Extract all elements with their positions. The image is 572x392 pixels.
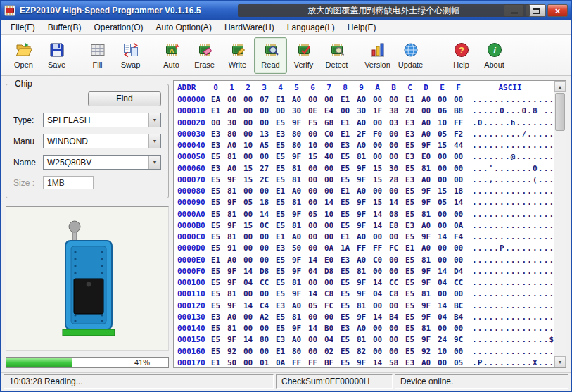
hex-byte-cell[interactable]: D8 (321, 266, 337, 277)
hex-byte-cell[interactable]: 00 (305, 346, 321, 358)
hex-byte-cell[interactable]: E1 (272, 94, 288, 106)
hex-byte-cell[interactable]: E5 (337, 220, 353, 232)
hex-row[interactable]: 00002000300000E59FF568E1A00003E3A010FF.0… (174, 118, 554, 129)
hex-byte-cell[interactable]: E5 (272, 255, 288, 266)
hex-byte-cell[interactable]: 15 (369, 175, 386, 186)
hex-byte-cell[interactable]: A0 (353, 255, 369, 266)
hex-byte-cell[interactable]: 0C (256, 220, 272, 232)
hex-byte-cell[interactable]: 00 (369, 140, 386, 151)
hex-byte-cell[interactable]: E5 (208, 243, 224, 254)
hex-byte-cell[interactable]: FF (288, 358, 305, 367)
hex-byte-cell[interactable]: 81 (418, 323, 434, 334)
hex-byte-cell[interactable]: E3 (337, 323, 353, 334)
hex-byte-cell[interactable]: 00 (305, 197, 321, 208)
hex-byte-cell[interactable]: 81 (353, 301, 369, 312)
hex-byte-cell[interactable]: 00 (450, 255, 466, 266)
hex-byte-cell[interactable]: 04 (434, 312, 450, 323)
hex-byte-cell[interactable]: 00 (240, 243, 256, 254)
hex-byte-cell[interactable]: 00 (386, 255, 402, 266)
hex-byte-cell[interactable]: 00 (240, 358, 256, 367)
hex-byte-cell[interactable]: E5 (272, 289, 288, 300)
erase-button[interactable]: Erase (188, 37, 221, 74)
hex-byte-cell[interactable]: 81 (288, 197, 305, 208)
hex-byte-cell[interactable]: FF (450, 118, 466, 129)
hex-byte-cell[interactable]: 9F (353, 175, 369, 186)
hex-byte-cell[interactable]: 00 (386, 323, 402, 334)
hex-byte-cell[interactable]: 81 (353, 151, 369, 163)
hex-byte-cell[interactable]: 14 (240, 301, 256, 312)
hex-byte-cell[interactable]: 9F (224, 197, 240, 208)
hex-byte-cell[interactable]: 00 (418, 106, 434, 117)
hex-byte-cell[interactable]: F5 (305, 118, 321, 129)
menu-help[interactable]: Help(E) (341, 20, 383, 35)
hex-row[interactable]: 000050E5810000E59F1540E5810000E3E00000..… (174, 151, 554, 163)
menu-operation[interactable]: Operation(O) (87, 20, 149, 35)
hex-byte-cell[interactable]: C4 (256, 301, 272, 312)
hex-byte-cell[interactable]: 14 (256, 209, 272, 220)
hex-byte-cell[interactable]: A0 (224, 106, 240, 117)
hex-byte-cell[interactable]: C0 (369, 255, 386, 266)
hex-byte-cell[interactable]: E3 (402, 358, 418, 367)
hex-byte-cell[interactable]: 30 (386, 163, 402, 175)
hex-byte-cell[interactable]: E5 (208, 301, 224, 312)
hex-byte-cell[interactable]: E5 (337, 266, 353, 277)
hex-row[interactable]: 000030E3800013E38000C0E12FF000E3A005F2..… (174, 129, 554, 140)
hex-byte-cell[interactable]: E3 (402, 151, 418, 163)
hex-byte-cell[interactable]: E5 (272, 312, 288, 323)
hex-byte-cell[interactable]: B4 (386, 312, 402, 323)
hex-byte-cell[interactable]: 00 (240, 323, 256, 334)
hex-byte-cell[interactable]: 9F (418, 277, 434, 289)
hex-byte-cell[interactable]: 9F (418, 266, 434, 277)
hex-byte-cell[interactable]: E5 (272, 175, 288, 186)
hex-byte-cell[interactable]: 30 (353, 106, 369, 117)
hex-byte-cell[interactable]: A0 (353, 140, 369, 151)
hex-byte-cell[interactable]: 9F (224, 277, 240, 289)
hex-byte-cell[interactable]: 00 (337, 106, 353, 117)
hex-byte-cell[interactable]: 00 (305, 163, 321, 175)
hex-byte-cell[interactable]: A0 (353, 118, 369, 129)
hex-byte-cell[interactable]: 14 (305, 255, 321, 266)
hex-byte-cell[interactable]: E3 (272, 129, 288, 140)
hex-byte-cell[interactable]: 14 (434, 266, 450, 277)
hex-byte-cell[interactable]: 00 (386, 232, 402, 243)
hex-byte-cell[interactable]: E3 (337, 255, 353, 266)
hex-byte-cell[interactable]: 04 (434, 277, 450, 289)
hex-row[interactable]: 000070E59F152CE5810000E59F1528E3A00000..… (174, 175, 554, 186)
hex-byte-cell[interactable]: 80 (224, 129, 240, 140)
hex-byte-cell[interactable]: 81 (224, 323, 240, 334)
hex-byte-cell[interactable]: E5 (208, 151, 224, 163)
hex-byte-cell[interactable]: 81 (288, 175, 305, 186)
hex-byte-cell[interactable]: E5 (272, 277, 288, 289)
hex-byte-cell[interactable]: 00 (450, 163, 466, 175)
hex-byte-cell[interactable]: 00 (450, 175, 466, 186)
hex-byte-cell[interactable]: 00 (321, 163, 337, 175)
hex-byte-cell[interactable]: 04 (321, 334, 337, 346)
hex-byte-cell[interactable]: 00 (321, 94, 337, 106)
hex-byte-cell[interactable]: E5 (208, 209, 224, 220)
hex-byte-cell[interactable]: 10 (240, 140, 256, 151)
hex-byte-cell[interactable]: 00 (386, 129, 402, 140)
hex-row[interactable]: 000160E5920000E1800002E5820000E5921000..… (174, 346, 554, 358)
hex-byte-cell[interactable]: 81 (418, 289, 434, 300)
hex-byte-cell[interactable]: B4 (450, 312, 466, 323)
version-button[interactable]: Version (361, 37, 394, 74)
hex-byte-cell[interactable]: CC (450, 277, 466, 289)
hex-byte-cell[interactable]: 9F (353, 209, 369, 220)
hex-byte-cell[interactable]: E5 (402, 277, 418, 289)
hex-byte-cell[interactable]: 00 (434, 220, 450, 232)
chevron-down-icon[interactable]: ▼ (148, 113, 160, 127)
hex-byte-cell[interactable]: 50 (288, 243, 305, 254)
hex-byte-cell[interactable]: 00 (256, 323, 272, 334)
hex-byte-cell[interactable]: E5 (402, 323, 418, 334)
hex-byte-cell[interactable]: BF (321, 358, 337, 367)
hex-byte-cell[interactable]: 00 (450, 209, 466, 220)
hex-byte-cell[interactable]: 14 (305, 323, 321, 334)
hex-byte-cell[interactable]: 9F (288, 289, 305, 300)
hex-byte-cell[interactable]: 00 (240, 255, 256, 266)
hex-byte-cell[interactable]: E5 (272, 140, 288, 151)
auto-button[interactable]: A Auto (155, 37, 188, 74)
hex-byte-cell[interactable]: E5 (337, 209, 353, 220)
hex-row[interactable]: 000010E1A0000000300EE400301F38200006B8..… (174, 106, 554, 117)
hex-row[interactable]: 000130E3A000A2E5810000E59F14B4E59F04B4..… (174, 312, 554, 323)
hex-byte-cell[interactable]: 15 (434, 140, 450, 151)
